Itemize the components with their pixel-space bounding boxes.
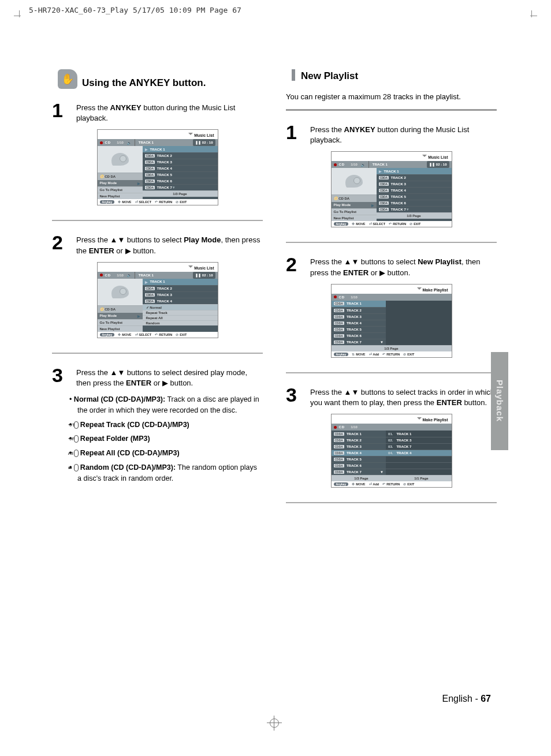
track-row[interactable]: CDDATRACK 2 — [332, 437, 386, 443]
track-row[interactable]: CDDATRACK 7▼ — [332, 339, 386, 345]
track-row[interactable]: ▶TRACK 1 — [377, 168, 452, 174]
osd-title: Music List — [98, 130, 218, 139]
playlist-row[interactable]: 04.TRACK 4 — [386, 450, 451, 456]
repeat-icon: ⟲T — [74, 421, 79, 429]
menu-go-playlist[interactable]: Go To Playlist — [98, 319, 143, 325]
step-text: Press the ANYKEY button during the Music… — [310, 122, 497, 145]
opt-repeat-track: ⟲TRepeat Track (CD (CD-DA)/MP3) — [69, 420, 263, 431]
track-row[interactable]: ▶TRACK 1 — [143, 146, 218, 152]
menu-go-playlist[interactable]: Go To Playlist — [332, 208, 377, 215]
playlist-row[interactable]: 03.TRACK 7 — [386, 443, 451, 450]
menu-play-mode[interactable]: Play Mode▶ — [98, 312, 143, 319]
track-row[interactable]: CDDATRACK 6 — [377, 200, 452, 206]
step-number: 3 — [286, 385, 304, 408]
step-number: 3 — [52, 365, 70, 388]
menu-source: 📀 CD DA — [98, 305, 143, 312]
play-icon: ▶ — [145, 147, 148, 151]
osd-header: CD 1/10 — [332, 294, 452, 301]
track-row[interactable]: CDDATRACK 1 — [332, 431, 386, 437]
step-number: 2 — [52, 233, 70, 256]
step-text: Press the ▲▼ buttons to select Play Mode… — [76, 233, 263, 256]
divider — [286, 242, 497, 243]
step-text: Press the ▲▼ buttons to select tracks in… — [310, 385, 497, 408]
registration-mark — [267, 716, 282, 731]
track-row[interactable]: CDDATRACK 4 — [332, 320, 386, 326]
osd-music-list-r1: Music List CD 1/10🔈 TRACK 1 ❚❚ 02 : 10 📀… — [331, 151, 452, 227]
osd-header: CD 1/10 🔈 TRACK 1 ❚❚ 02 : 10 — [98, 139, 218, 146]
track-row[interactable]: CDDATRACK 5 — [332, 326, 386, 332]
right-column: New Playlist You can register a maximum … — [286, 69, 497, 503]
divider — [286, 109, 497, 111]
section-heading-new-playlist: New Playlist — [292, 69, 497, 82]
menu-new-playlist[interactable]: New Playlist — [98, 193, 143, 199]
osd-music-list-2: Music List CD 1/10🔈 TRACK 1 ❚❚ 02 : 10 📀… — [97, 262, 218, 338]
track-row[interactable]: CDDATRACK 3 — [143, 159, 218, 165]
left-column: ✋ Using the ANYKEY button. 1 Press the A… — [52, 69, 263, 503]
play-mode-options: Normal (CD (CD-DA)/MP3): Track on a disc… — [69, 394, 263, 484]
album-art-icon — [98, 146, 143, 173]
playlist-row-empty — [386, 456, 451, 462]
track-row[interactable]: CDDATRACK 2 — [143, 152, 218, 159]
random-icon: ⇄ — [74, 464, 79, 471]
pager: 1/1 Page — [392, 475, 452, 481]
track-row[interactable]: CDDATRACK 7▼ — [332, 469, 386, 475]
osd-header: CD 1/10 — [332, 424, 452, 431]
osd-title: Make Playlist — [332, 414, 452, 424]
divider — [52, 220, 263, 221]
submenu-item[interactable]: Random — [143, 320, 218, 325]
speaker-icon: 🔈 — [127, 141, 131, 145]
step-1: 1 Press the ANYKEY button during the Mus… — [52, 100, 263, 123]
track-row[interactable]: CDDATRACK 6 — [143, 178, 218, 184]
pager: 1/3 Page — [143, 190, 218, 197]
crop-mark — [523, 13, 535, 24]
track-row[interactable]: CDDATRACK 6 — [332, 462, 386, 469]
menu-play-mode[interactable]: Play Mode▶ — [98, 179, 143, 186]
menu-new-playlist[interactable]: New Playlist — [98, 325, 143, 332]
track-row[interactable]: CDDATRACK 6 — [332, 332, 386, 339]
chevron-down-icon: ▼ — [172, 186, 176, 189]
track-row[interactable]: CDDATRACK 3 — [143, 291, 218, 298]
playlist-row[interactable]: 01.TRACK 1 — [386, 431, 451, 437]
track-row[interactable]: CDDATRACK 2 — [332, 307, 386, 313]
menu-go-playlist[interactable]: Go To Playlist — [98, 186, 143, 193]
section-title: New Playlist — [292, 69, 358, 82]
track-row[interactable]: CDDATRACK 4 — [377, 187, 452, 193]
track-row[interactable]: CDDATRACK 1 — [332, 301, 386, 307]
osd-footer: Anykey ✥MOVE ⏎Add ↶RETURN ⊘EXIT — [332, 481, 452, 487]
track-row[interactable]: CDDATRACK 5 — [377, 193, 452, 200]
section-title: Using the ANYKEY button. — [82, 77, 206, 89]
step-number: 1 — [286, 122, 304, 145]
track-row[interactable]: CDDATRACK 4 — [143, 165, 218, 171]
step-text: Press the ANYKEY button during the Music… — [76, 100, 263, 123]
pager: 1/3 Page — [332, 475, 392, 481]
osd-title: Music List — [98, 263, 218, 272]
track-row[interactable]: CDDATRACK 7▼ — [143, 184, 218, 190]
track-row[interactable]: CDDATRACK 2 — [377, 174, 452, 181]
menu-new-playlist[interactable]: New Playlist — [332, 215, 377, 221]
track-row[interactable]: ▶TRACK 1 — [143, 279, 218, 285]
osd-make-playlist-2: Make Playlist CD 1/10 CDDATRACK 1 CDDATR… — [331, 414, 452, 488]
menu-play-mode[interactable]: Play Mode▶ — [332, 201, 377, 208]
osd-footer: Anykey ⇅MOVE ⏎Add ↶RETURN ⊘EXIT — [332, 351, 452, 357]
track-row[interactable]: CDDATRACK 3 — [332, 313, 386, 320]
track-row[interactable]: CDDATRACK 4 — [332, 450, 386, 456]
playlist-row[interactable]: 02.TRACK 3 — [386, 437, 451, 443]
track-row[interactable]: CDDATRACK 3 — [332, 443, 386, 450]
playlist-row-empty — [386, 462, 451, 469]
crop-mark — [16, 13, 28, 24]
submenu-item[interactable]: Repeat Track — [143, 310, 218, 315]
print-header: 5-HR720-XAC_60-73_Play 5/17/05 10:09 PM … — [29, 6, 241, 14]
submenu-item[interactable]: Repeat All — [143, 315, 218, 320]
track-row[interactable]: CDDATRACK 5 — [332, 456, 386, 462]
track-row[interactable]: CDDATRACK 2 — [143, 285, 218, 291]
divider — [286, 502, 497, 503]
track-row[interactable]: CDDATRACK 5 — [143, 171, 218, 178]
submenu-item[interactable]: ✓ Normal — [143, 304, 218, 310]
track-row[interactable]: CDDATRACK 4 — [143, 298, 218, 304]
menu-source: 📀 CD DA — [98, 173, 143, 179]
track-row[interactable]: CDDATRACK 3 — [377, 181, 452, 187]
track-row[interactable]: CDDATRACK 7▼ — [377, 206, 452, 212]
album-art-icon — [98, 279, 143, 305]
osd-title: Music List — [332, 152, 452, 161]
opt-repeat-all: AllRepeat All (CD (CD-DA)/MP3) — [69, 448, 263, 459]
